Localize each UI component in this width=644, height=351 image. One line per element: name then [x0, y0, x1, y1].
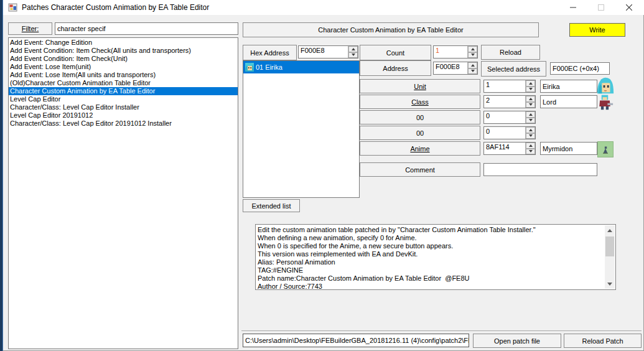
- patch-list-item[interactable]: Add Event: Change Edition: [9, 39, 238, 47]
- unit-value: 1: [484, 80, 525, 92]
- scrollbar-thumb[interactable]: [605, 236, 614, 256]
- patch-list-item[interactable]: Level Cap Editor 20191012: [9, 111, 238, 119]
- spin-down-icon[interactable]: [526, 149, 535, 155]
- count-spinner[interactable]: 1: [433, 45, 478, 58]
- patch-list-item[interactable]: Character/Class: Level Cap Editor Instal…: [9, 103, 238, 111]
- patch-list-item[interactable]: Add Event Condition: Item Check(Unit): [9, 55, 238, 63]
- class-sprite-icon: [596, 93, 614, 111]
- spin-down-icon[interactable]: [468, 52, 477, 58]
- selected-address-value: F000EC (+0x4): [553, 65, 599, 72]
- entry-item-label: 01 Eirika: [256, 63, 282, 71]
- hex-address-value: F000E8: [299, 46, 348, 58]
- scroll-up-icon[interactable]: [605, 225, 615, 235]
- byte1-label: 00: [416, 114, 424, 121]
- comment-button[interactable]: Comment: [360, 162, 480, 177]
- open-patch-file-button[interactable]: Open patch file: [473, 334, 561, 348]
- unit-spinner[interactable]: 1: [483, 80, 536, 93]
- spin-up-icon[interactable]: [526, 80, 535, 87]
- spin-down-icon[interactable]: [526, 133, 535, 139]
- filter-input[interactable]: character specif: [55, 22, 238, 35]
- patch-list-item[interactable]: Add Event: Lose Item(unit): [9, 63, 238, 71]
- class-label: Class: [411, 98, 429, 106]
- comment-label: Comment: [405, 166, 435, 174]
- app-form-icon: [8, 2, 18, 12]
- class-name-value: Lord: [543, 98, 556, 106]
- spin-down-icon[interactable]: [348, 52, 358, 58]
- spin-up-icon[interactable]: [526, 143, 535, 149]
- anime-spinner[interactable]: 8AF114: [483, 142, 536, 155]
- window-title: Patches Character Custom Animation by EA…: [22, 3, 209, 12]
- hex-address-label: Hex Address: [250, 49, 289, 57]
- unit-label: Unit: [414, 83, 426, 90]
- spin-up-icon[interactable]: [468, 62, 477, 68]
- byte2-label: 00: [416, 129, 424, 137]
- patch-title-button[interactable]: Character Custom Animation by EA Table E…: [243, 22, 539, 37]
- extended-list-button[interactable]: Extended list: [243, 199, 300, 212]
- byte1-value: 0: [484, 111, 525, 123]
- byte2-button[interactable]: 00: [360, 126, 480, 140]
- selected-address-label: Selected address: [487, 65, 540, 73]
- write-button[interactable]: Write: [569, 23, 625, 37]
- eirika-portrait-icon: [245, 62, 254, 72]
- entry-list-item-selected[interactable]: 01 Eirika: [243, 61, 359, 73]
- byte1-spinner[interactable]: 0: [483, 111, 536, 124]
- spin-up-icon[interactable]: [526, 111, 535, 118]
- close-icon[interactable]: [615, 0, 643, 15]
- count-button[interactable]: Count: [360, 45, 431, 60]
- byte2-value: 0: [484, 127, 525, 139]
- patch-list-item-selected[interactable]: Character Custom Animation by EA Table E…: [9, 87, 238, 95]
- minimize-icon[interactable]: [559, 0, 587, 15]
- comment-field[interactable]: [483, 163, 597, 176]
- open-patch-file-label: Open patch file: [494, 337, 540, 345]
- patch-list-item[interactable]: Character/Class: Level Cap Editor 201910…: [9, 119, 238, 128]
- reload-patch-label: Reload Patch: [582, 337, 623, 345]
- spin-up-icon[interactable]: [526, 96, 535, 102]
- unit-portrait-icon: [596, 76, 615, 95]
- anime-button[interactable]: Anime: [360, 141, 480, 156]
- spin-down-icon[interactable]: [526, 87, 535, 93]
- filter-button[interactable]: Filter:: [8, 22, 52, 35]
- reload-button[interactable]: Reload: [481, 45, 540, 60]
- anime-preview-button[interactable]: [597, 141, 614, 157]
- class-name-field[interactable]: Lord: [540, 95, 597, 108]
- spin-up-icon[interactable]: [348, 46, 358, 52]
- class-button[interactable]: Class: [360, 95, 480, 109]
- spin-down-icon[interactable]: [526, 118, 535, 124]
- spin-down-icon[interactable]: [526, 102, 535, 108]
- spin-up-icon[interactable]: [468, 46, 477, 52]
- unit-name-field[interactable]: Eirika: [540, 80, 597, 93]
- anime-name-field[interactable]: Myrmidon: [540, 142, 597, 155]
- selected-address-field[interactable]: F000EC (+0x4): [550, 62, 610, 75]
- address-spinner[interactable]: F000E8: [433, 62, 478, 75]
- description-scrollbar[interactable]: [605, 225, 615, 289]
- count-value: 1: [434, 46, 467, 58]
- byte2-spinner[interactable]: 0: [483, 126, 536, 139]
- patch-title-label: Character Custom Animation by EA Table E…: [318, 26, 463, 34]
- byte1-button[interactable]: 00: [360, 110, 480, 124]
- reload-button-label: Reload: [500, 49, 521, 56]
- spin-down-icon[interactable]: [468, 68, 477, 75]
- extended-list-label: Extended list: [252, 202, 291, 210]
- patch-path-field[interactable]: C:\Users\admin\Desktop\FEBuilderGBA_2018…: [243, 334, 469, 347]
- class-value: 2: [484, 96, 525, 108]
- address-button[interactable]: Address: [360, 60, 431, 76]
- scroll-down-icon[interactable]: [605, 279, 615, 289]
- write-button-label: Write: [589, 26, 605, 34]
- patch-list-item[interactable]: Add Event: Lose Item(All units and trans…: [9, 71, 238, 79]
- anime-label: Anime: [410, 145, 429, 152]
- patch-list-item[interactable]: (Old)Character Custom Animation Table Ed…: [9, 79, 238, 87]
- anime-name-value: Myrmidon: [543, 145, 572, 152]
- hex-address-spinner[interactable]: F000E8: [298, 45, 358, 58]
- filter-button-label: Filter:: [22, 25, 39, 32]
- patch-list-item[interactable]: Level Cap Editor: [9, 95, 238, 103]
- class-spinner[interactable]: 2: [483, 95, 536, 108]
- maximize-icon[interactable]: [587, 0, 615, 15]
- count-label: Count: [386, 49, 404, 57]
- unit-button[interactable]: Unit: [360, 79, 480, 93]
- patch-list-item[interactable]: Add Event Condition: Item Check(All unit…: [9, 47, 238, 55]
- spin-up-icon[interactable]: [526, 127, 535, 133]
- reload-patch-button[interactable]: Reload Patch: [564, 334, 642, 348]
- hex-address-button[interactable]: Hex Address: [243, 45, 297, 60]
- selected-address-button[interactable]: Selected address: [481, 61, 546, 77]
- screen: Patches Character Custom Animation by EA…: [0, 0, 644, 351]
